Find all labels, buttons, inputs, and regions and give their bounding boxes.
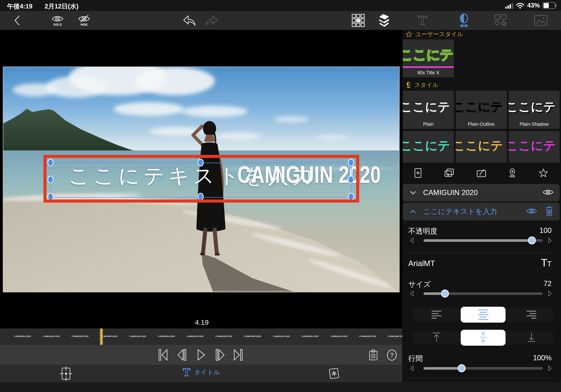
valign-bottom-button[interactable] [526, 332, 537, 344]
next-frame-button[interactable] [215, 349, 225, 362]
chevron-down-icon [410, 190, 417, 195]
slider-decrement-icon[interactable] [410, 290, 414, 297]
opacity-label: 不透明度 [408, 226, 437, 236]
top-toolbar: SOLO HIDE [0, 11, 561, 30]
solo-button[interactable]: SOLO [48, 11, 67, 30]
eye-icon [543, 188, 553, 196]
home-indicator-band [0, 382, 561, 392]
layers-tab[interactable] [377, 11, 391, 30]
star-icon [406, 31, 412, 37]
grid-icon [351, 14, 365, 27]
vertical-align-control [412, 331, 554, 345]
style-mirror-icon [459, 13, 469, 28]
style-tile-plain-outline[interactable]: ここにテ Plain-Outline [456, 91, 507, 129]
font-picker-button[interactable]: TT [541, 257, 552, 268]
line-spacing-knob[interactable] [458, 364, 466, 372]
style-tile-teal[interactable]: ここにテ [403, 131, 454, 163]
delete-layer-button[interactable] [545, 206, 553, 217]
line-spacing-slider[interactable] [402, 363, 561, 373]
solo-label: SOLO [53, 23, 62, 26]
slider-increment-icon[interactable] [548, 365, 552, 371]
back-button[interactable] [11, 11, 23, 30]
user-style-tile[interactable]: ここにテ 80s Title X [403, 40, 454, 77]
slider-increment-icon[interactable] [548, 290, 552, 297]
image-icon [534, 14, 548, 27]
style-tile-magenta[interactable]: ここにテ [509, 131, 560, 163]
layers-icon [377, 14, 391, 27]
style-tile-plain[interactable]: ここにテ Plain [403, 91, 454, 129]
align-center-selected[interactable] [461, 307, 506, 323]
add-style-button[interactable] [414, 168, 421, 179]
style-tab-selected[interactable] [457, 11, 471, 30]
timeline-clip-label: CAMIGUIN 2020 [182, 335, 208, 338]
transport-bar: ? [0, 345, 402, 365]
timeline-clip-label: CAMIGUIN 2020 [355, 335, 381, 338]
effects-icon [327, 367, 341, 380]
bottom-toolbar: T タイトル [0, 365, 402, 382]
video-preview[interactable]: ここにテキストを入力 CAMIGUIN 2020 [3, 66, 399, 292]
redo-button[interactable] [204, 11, 220, 30]
font-name[interactable]: ArialMT [408, 259, 435, 268]
trash-icon [545, 206, 553, 216]
timeline-clip-label: CAMIGUIN 2020 [125, 335, 151, 338]
layout-grid-button[interactable] [351, 11, 365, 30]
edit-style-button[interactable] [477, 169, 486, 178]
size-label: サイズ [408, 279, 431, 289]
undo-button[interactable] [181, 11, 197, 30]
duplicate-style-button[interactable] [444, 168, 454, 178]
styles-header: スタイル [406, 81, 438, 89]
timeline-clip-label: CAMIGUIN 2020 [153, 335, 179, 338]
current-timecode: 4.19 [191, 318, 212, 327]
island-silhouette [3, 105, 149, 152]
playhead[interactable] [100, 328, 103, 345]
user-style-name: 80s Title X [403, 70, 454, 76]
user-styles-header: ユーザースタイル [406, 30, 463, 38]
timeline-clip-label: CAMIGUIN 2020 [297, 335, 323, 338]
motion-crosshair-icon [60, 366, 72, 381]
play-button[interactable] [197, 349, 206, 362]
align-left-button[interactable] [432, 311, 442, 319]
skip-to-start-button[interactable] [158, 349, 168, 362]
size-value: 72 [544, 279, 552, 288]
size-slider[interactable] [402, 288, 561, 299]
opacity-knob[interactable] [528, 236, 536, 244]
shapes-tab[interactable] [493, 11, 508, 30]
status-bar: 午後4:19 2月12日(水) 43% [0, 0, 561, 11]
text-tab[interactable]: T [415, 11, 430, 30]
slider-increment-icon[interactable] [548, 237, 552, 244]
style-tile-gold[interactable]: ここにテ [456, 131, 507, 163]
line-spacing-value: 100% [533, 354, 552, 362]
skip-to-end-button[interactable] [233, 349, 243, 362]
opacity-slider[interactable] [402, 235, 561, 246]
clipboard-button[interactable] [368, 349, 379, 362]
layer-row-group[interactable]: CAMIGUIN 2020 [403, 184, 560, 201]
text-T-icon: T [418, 14, 427, 27]
timeline-track[interactable]: CAMIGUIN 2020CAMIGUIN 2020CAMIGUIN 2020C… [0, 328, 402, 345]
hide-button[interactable]: HIDE [75, 11, 94, 30]
align-right-button[interactable] [527, 311, 536, 319]
motion-button[interactable] [60, 366, 72, 382]
layer-group-name: CAMIGUIN 2020 [423, 188, 478, 197]
title-tab-selected[interactable]: T タイトル [183, 367, 220, 378]
slider-decrement-icon[interactable] [410, 237, 414, 244]
style-tile-plain-shadow[interactable]: ここにテ Plain-Shadow [509, 91, 560, 129]
eye-off-icon [78, 15, 90, 23]
layer-visibility-button[interactable] [543, 188, 553, 197]
save-style-button[interactable] [509, 168, 516, 179]
text-layer-visibility-button[interactable] [526, 207, 537, 216]
layer-row-text-selected[interactable]: ここにテキストを入力 [403, 203, 560, 220]
help-button[interactable]: ? [387, 349, 397, 362]
media-tab[interactable] [534, 11, 548, 30]
wifi-icon [516, 2, 524, 9]
favorite-style-button[interactable] [539, 168, 548, 178]
style-panel: ユーザースタイル ここにテ 80s Title X スタイル ここにテ Plai… [402, 30, 561, 382]
size-knob[interactable] [441, 290, 449, 297]
valign-middle-selected[interactable] [461, 330, 506, 346]
hide-label: HIDE [81, 23, 88, 26]
highlight-red-frame [43, 155, 359, 203]
effects-button[interactable] [327, 367, 341, 381]
previous-frame-button[interactable] [177, 349, 187, 362]
valign-top-button[interactable] [431, 332, 442, 344]
user-style-preview: ここにテ [403, 46, 453, 64]
slider-decrement-icon[interactable] [410, 365, 414, 371]
